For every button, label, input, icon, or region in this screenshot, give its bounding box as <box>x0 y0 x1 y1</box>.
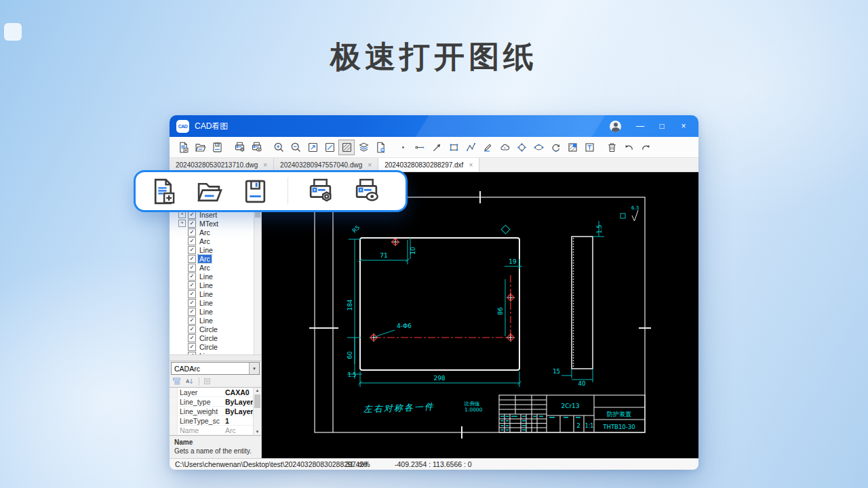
tab-2[interactable]: 202403280947557040.dwg× <box>274 158 378 171</box>
text-annotate-button[interactable] <box>581 140 597 155</box>
tree-item-circle[interactable]: ✓Circle <box>170 325 261 333</box>
popup-save-file-button[interactable] <box>241 178 269 205</box>
point-annotate-button[interactable] <box>395 140 411 155</box>
tree-item-arc[interactable]: ✓Arc <box>170 228 261 237</box>
rectangle-annotate-button[interactable] <box>446 140 462 155</box>
property-name: Name <box>170 426 222 434</box>
fit-view-button[interactable] <box>304 140 321 155</box>
area-measure-button[interactable] <box>338 140 355 155</box>
tree-item-circle[interactable]: ✓Circle <box>170 342 261 351</box>
tree-item-arc[interactable]: ✓Arc <box>170 254 261 263</box>
checkbox[interactable]: ✓ <box>188 290 196 298</box>
checkbox[interactable]: ✓ <box>188 308 196 316</box>
tree-item-line[interactable]: ✓Line <box>170 307 261 316</box>
checkbox[interactable]: ✓ <box>188 299 196 307</box>
drawing-note: 左右对称各一件 <box>363 401 435 414</box>
popup-new-file-button[interactable] <box>149 178 177 205</box>
chevron-down-icon[interactable]: ▼ <box>249 363 259 374</box>
rectangle-annotate-icon <box>448 142 460 153</box>
tree-horizontal-scrollbar[interactable] <box>170 354 261 361</box>
checkbox[interactable]: ✓ <box>188 237 196 245</box>
tree-item-line[interactable]: ✓Line <box>170 351 261 354</box>
checkbox[interactable]: ✓ <box>188 334 196 342</box>
line-measure-button[interactable] <box>321 140 338 155</box>
zoom-in-button[interactable] <box>271 140 287 155</box>
checkbox[interactable]: ✓ <box>188 246 196 254</box>
checkbox[interactable]: ✓ <box>188 220 196 228</box>
layers-button[interactable] <box>355 140 372 155</box>
tab-close-icon[interactable]: × <box>263 161 267 169</box>
property-row-line_weight[interactable]: Line_weightByLayer <box>170 407 261 416</box>
tree-item-circle[interactable]: ✓Circle <box>170 333 261 342</box>
tree-item-line[interactable]: ✓Line <box>170 289 261 298</box>
scroll-up-icon[interactable]: ▲ <box>256 388 260 394</box>
popup-print-preview-button[interactable] <box>353 178 380 205</box>
grid-scrollbar[interactable]: ▲ ▼ <box>253 388 261 435</box>
open-file-button[interactable] <box>192 140 208 155</box>
property-row-line_type[interactable]: Line_typeByLayer <box>170 397 261 407</box>
property-row-name[interactable]: NameArc <box>170 426 261 435</box>
redo-button[interactable] <box>637 140 654 155</box>
hatch-annotate-button[interactable] <box>564 140 580 155</box>
minimize-button[interactable]: — <box>632 119 648 134</box>
property-row-layer[interactable]: LayerCAXA0 <box>170 388 261 397</box>
undo-button[interactable] <box>620 140 637 155</box>
property-row-linetype_sc[interactable]: LineType_sc1 <box>170 416 261 426</box>
checkbox[interactable]: ✓ <box>188 317 196 325</box>
zoom-out-button[interactable] <box>288 140 304 155</box>
print-preview-button[interactable] <box>248 140 264 155</box>
rotate-annotate-button[interactable] <box>547 140 564 155</box>
scroll-down-icon[interactable]: ▼ <box>256 429 260 435</box>
tree-item-label: Line <box>198 299 214 307</box>
entity-type-dropdown[interactable]: CADArc ▼ <box>171 362 260 375</box>
tree-item-arc[interactable]: ✓Arc <box>170 237 261 245</box>
tree-item-line[interactable]: ✓Line <box>170 245 261 254</box>
tree-item-label: Arc <box>198 237 212 245</box>
save-file-button[interactable] <box>209 140 225 155</box>
tab-3[interactable]: 202403280830288297.dxf× <box>378 158 479 171</box>
leader-arrow-button[interactable] <box>429 140 445 155</box>
drawing-canvas[interactable]: 71 10 184 19 86 60 1.5 298 1.5 15 40 R5 … <box>262 172 698 458</box>
checkbox[interactable]: ✓ <box>188 343 196 351</box>
close-button[interactable]: × <box>675 119 692 134</box>
ellipse-annotate-icon <box>533 142 545 153</box>
distance-measure-button[interactable] <box>412 140 428 155</box>
checkbox[interactable]: ✓ <box>188 272 196 281</box>
checkbox[interactable]: ✓ <box>188 352 196 355</box>
checkbox[interactable]: ✓ <box>188 264 196 272</box>
categorized-icon <box>172 377 181 386</box>
tree-item-line[interactable]: ✓Line <box>170 316 261 325</box>
tab-close-icon[interactable]: × <box>368 161 372 169</box>
ellipse-annotate-button[interactable] <box>530 140 547 155</box>
tree-item-arc[interactable]: ✓Arc <box>170 263 261 272</box>
tree-item-line[interactable]: ✓Line <box>170 281 261 289</box>
tab-1[interactable]: 202403280530213710.dwg× <box>170 158 274 171</box>
new-file-button[interactable] <box>175 140 191 155</box>
cloud-annotate-button[interactable] <box>496 140 513 155</box>
expand-icon[interactable]: + <box>178 220 186 227</box>
pen-annotate-button[interactable] <box>479 140 496 155</box>
checkbox[interactable]: ✓ <box>188 228 196 237</box>
polyline-annotate-button[interactable] <box>462 140 479 155</box>
tab-close-icon[interactable]: × <box>469 161 473 169</box>
tree-item-mtext[interactable]: +✓MText <box>170 219 261 228</box>
tree-item-line[interactable]: ✓Line <box>170 298 261 307</box>
maximize-button[interactable]: □ <box>654 119 670 134</box>
property-grid: LayerCAXA0Line_typeByLayerLine_weightByL… <box>170 387 261 435</box>
checkbox[interactable]: ✓ <box>188 325 196 333</box>
export-file-button[interactable] <box>372 140 389 155</box>
grid-scrollbar-thumb[interactable] <box>254 394 260 408</box>
print-button[interactable] <box>231 140 248 155</box>
alphabetical-sort-button[interactable] <box>184 376 196 386</box>
tree-item-line[interactable]: ✓Line <box>170 272 261 281</box>
popup-print-button[interactable] <box>307 178 334 205</box>
tree-item-label: Circle <box>198 334 219 342</box>
checkbox[interactable]: ✓ <box>188 255 196 263</box>
delete-button[interactable] <box>604 140 620 155</box>
user-avatar[interactable] <box>610 121 621 132</box>
page: 极速打开图纸 CAD CAD看图 — □ × 20240328053021371… <box>0 0 868 488</box>
checkbox[interactable]: ✓ <box>188 281 196 289</box>
popup-open-file-button[interactable] <box>195 178 223 205</box>
circle-annotate-button[interactable] <box>513 140 530 155</box>
categorized-button[interactable] <box>172 376 183 386</box>
